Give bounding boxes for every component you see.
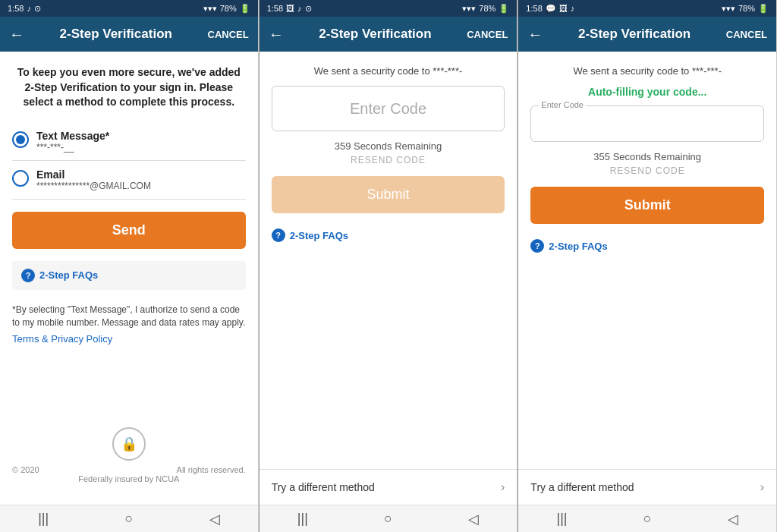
submit-button-3[interactable]: Submit bbox=[530, 187, 764, 224]
resend-code-2[interactable]: RESEND CODE bbox=[272, 155, 505, 165]
cancel-button-2[interactable]: CANCEL bbox=[467, 29, 508, 40]
enter-code-placeholder-2: Enter Code bbox=[350, 100, 426, 118]
faq-label-3: 2-Step FAQs bbox=[549, 241, 607, 252]
option-label-sms: Text Message* bbox=[36, 130, 109, 142]
battery-label-2: 78% bbox=[479, 4, 495, 13]
footer-rights: All rights reserved. bbox=[177, 465, 246, 474]
try-different-method-3[interactable]: Try a different method › bbox=[518, 469, 776, 505]
nav-home-icon[interactable]: ○ bbox=[124, 511, 133, 527]
enter-code-label-3: Enter Code bbox=[539, 100, 586, 109]
image-icon-2: 🖼 bbox=[286, 4, 294, 13]
nav-back-icon[interactable]: ◁ bbox=[209, 511, 220, 527]
back-button-2[interactable]: ← bbox=[269, 26, 284, 43]
faq-link-3[interactable]: ? 2-Step FAQs bbox=[530, 239, 764, 253]
footer-insured: Federally insured by NCUA bbox=[12, 474, 246, 483]
battery-label-3: 78% bbox=[738, 4, 755, 13]
app-title-3: 2-Step Verification bbox=[543, 27, 726, 42]
time-label: 1:58 bbox=[8, 4, 24, 13]
back-button-3[interactable]: ← bbox=[527, 26, 543, 43]
panel-3: 1:58 💬 🖼 ♪ ▾▾▾ 78% 🔋 ← 2-Step Verificati… bbox=[518, 0, 777, 532]
security-note-3: We sent a security code to ***-***- bbox=[530, 65, 764, 77]
resend-code-3[interactable]: RESEND CODE bbox=[530, 165, 764, 176]
back-button-1[interactable]: ← bbox=[9, 26, 24, 43]
faq-link-2[interactable]: ? 2-Step FAQs bbox=[272, 228, 505, 242]
faq-label-1: 2-Step FAQs bbox=[39, 269, 98, 281]
broadcast-icon-2: ⊙ bbox=[305, 4, 312, 14]
nav-back-icon-2[interactable]: ◁ bbox=[468, 511, 479, 527]
music-icon-2: ♪ bbox=[297, 4, 302, 13]
battery-label: 78% bbox=[220, 4, 237, 13]
app-title-2: 2-Step Verification bbox=[284, 27, 467, 42]
wifi-icon-2: ▾▾▾ bbox=[462, 4, 476, 14]
wifi-icon: ▾▾▾ bbox=[203, 4, 217, 14]
try-diff-label-2: Try a different method bbox=[272, 481, 375, 493]
nav-menu-icon[interactable]: ||| bbox=[38, 511, 49, 527]
security-note-2: We sent a security code to ***-***- bbox=[272, 65, 505, 77]
lock-icon: 🔒 bbox=[112, 427, 146, 461]
battery-icon: 🔋 bbox=[240, 4, 250, 14]
content-1: To keep you even more secure, we've adde… bbox=[0, 52, 258, 505]
option-label-email: Email bbox=[36, 168, 151, 181]
enter-code-wrap-3[interactable]: Enter Code bbox=[530, 105, 764, 142]
option-email[interactable]: Email ***************@GMAIL.COM bbox=[12, 161, 246, 200]
app-bar-2: ← 2-Step Verification CANCEL bbox=[260, 17, 517, 52]
option-sub-sms: ***-***-__ bbox=[36, 142, 109, 153]
nav-menu-icon-3[interactable]: ||| bbox=[556, 511, 567, 527]
faq-icon-1: ? bbox=[21, 269, 35, 282]
music-icon-3: ♪ bbox=[571, 4, 575, 13]
seconds-remaining-2: 359 Seconds Remaining bbox=[272, 140, 505, 152]
time-label-3: 1:58 bbox=[526, 4, 542, 13]
nav-menu-icon-2[interactable]: ||| bbox=[297, 511, 308, 527]
radio-email[interactable] bbox=[12, 170, 29, 187]
status-bar-1: 1:58 ♪ ⊙ ▾▾▾ 78% 🔋 bbox=[0, 0, 258, 17]
cancel-button-1[interactable]: CANCEL bbox=[208, 29, 249, 40]
app-bar-1: ← 2-Step Verification CANCEL bbox=[0, 17, 258, 52]
nav-back-icon-3[interactable]: ◁ bbox=[728, 511, 738, 527]
chevron-right-icon-3: › bbox=[760, 480, 764, 494]
music-icon: ♪ bbox=[27, 4, 31, 13]
nav-home-icon-2[interactable]: ○ bbox=[384, 511, 392, 527]
faq-label-2: 2-Step FAQs bbox=[290, 230, 348, 241]
image-icon-3: 🖼 bbox=[559, 4, 568, 13]
time-label-2: 1:58 bbox=[267, 4, 283, 13]
auto-fill-text: Auto-filling your code... bbox=[530, 86, 764, 98]
send-button[interactable]: Send bbox=[12, 212, 246, 249]
terms-privacy-link[interactable]: Terms & Privacy Policy bbox=[12, 333, 246, 345]
faq-icon-2: ? bbox=[272, 228, 285, 242]
option-text-message[interactable]: Text Message* ***-***-__ bbox=[12, 122, 246, 161]
broadcast-icon: ⊙ bbox=[34, 4, 41, 14]
faq-section-1: ? 2-Step FAQs bbox=[12, 261, 246, 290]
status-bar-2: 1:58 🖼 ♪ ⊙ ▾▾▾ 78% 🔋 bbox=[260, 0, 517, 17]
intro-text-1: To keep you even more secure, we've adde… bbox=[12, 65, 246, 110]
faq-link-1[interactable]: ? 2-Step FAQs bbox=[21, 269, 237, 282]
submit-button-2[interactable]: Submit bbox=[272, 176, 505, 213]
nav-home-icon-3[interactable]: ○ bbox=[643, 511, 652, 527]
try-different-method-2[interactable]: Try a different method › bbox=[260, 469, 517, 505]
app-bar-3: ← 2-Step Verification CANCEL bbox=[518, 17, 776, 52]
enter-code-input-2[interactable]: Enter Code bbox=[272, 86, 505, 131]
battery-icon-2: 🔋 bbox=[499, 4, 509, 14]
content-3: We sent a security code to ***-***- Auto… bbox=[518, 52, 776, 469]
status-bar-3: 1:58 💬 🖼 ♪ ▾▾▾ 78% 🔋 bbox=[518, 0, 776, 17]
enter-code-input-3[interactable] bbox=[539, 112, 756, 135]
chat-icon-3: 💬 bbox=[546, 4, 556, 14]
footer-year: © 2020 bbox=[12, 465, 39, 474]
panel-1: 1:58 ♪ ⊙ ▾▾▾ 78% 🔋 ← 2-Step Verification… bbox=[0, 0, 259, 532]
panel-2: 1:58 🖼 ♪ ⊙ ▾▾▾ 78% 🔋 ← 2-Step Verificati… bbox=[260, 0, 518, 532]
footer-section: 🔒 © 2020 All rights reserved. Federally … bbox=[12, 420, 246, 491]
disclaimer-text: *By selecting "Text Message", I authoriz… bbox=[12, 304, 246, 329]
battery-icon-3: 🔋 bbox=[758, 4, 769, 14]
status-time-1: 1:58 ♪ ⊙ bbox=[8, 4, 41, 14]
chevron-right-icon-2: › bbox=[501, 480, 505, 494]
nav-bar-2: ||| ○ ◁ bbox=[260, 505, 517, 532]
option-sub-email: ***************@GMAIL.COM bbox=[36, 181, 151, 191]
radio-inner-selected bbox=[16, 135, 25, 144]
wifi-icon-3: ▾▾▾ bbox=[722, 4, 735, 14]
faq-icon-3: ? bbox=[530, 239, 544, 253]
nav-bar-1: ||| ○ ◁ bbox=[0, 505, 258, 532]
radio-text-message[interactable] bbox=[12, 131, 29, 148]
seconds-remaining-3: 355 Seconds Remaining bbox=[530, 151, 764, 162]
cancel-button-3[interactable]: CANCEL bbox=[726, 29, 767, 40]
app-title-1: 2-Step Verification bbox=[24, 27, 208, 42]
try-diff-label-3: Try a different method bbox=[530, 481, 634, 493]
